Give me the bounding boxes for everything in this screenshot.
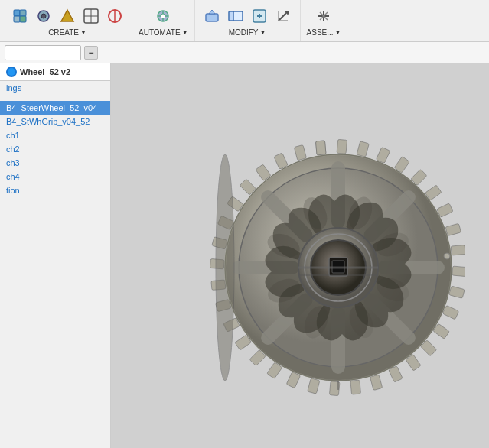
svg-rect-21 xyxy=(233,11,243,21)
left-panel: Wheel_52 v2 ings B4_SteerWheel_52_v04 B4… xyxy=(0,63,111,448)
svg-point-94 xyxy=(444,253,450,259)
panel-item-ch4[interactable]: ch4 xyxy=(0,170,110,183)
automate-icons xyxy=(152,5,174,27)
modify-icons xyxy=(201,5,294,27)
search-box[interactable] xyxy=(5,45,81,60)
create-label[interactable]: CREATE ▼ xyxy=(48,28,86,37)
panel-spacer-1 xyxy=(0,95,110,101)
svg-rect-50 xyxy=(307,378,319,393)
modify-icon-4[interactable] xyxy=(272,5,294,27)
svg-rect-3 xyxy=(20,16,26,22)
svg-rect-0 xyxy=(14,10,20,16)
main-toolbar: CREATE ▼ AUTOMATE ▼ xyxy=(0,0,489,42)
svg-rect-2 xyxy=(14,16,20,22)
create-icon-3[interactable] xyxy=(57,5,78,27)
svg-rect-38 xyxy=(445,223,461,235)
document-tab[interactable]: Wheel_52 v2 xyxy=(0,63,110,81)
automate-label[interactable]: AUTOMATE ▼ xyxy=(139,28,188,37)
modify-icon-3[interactable] xyxy=(249,5,270,27)
create-icon-2[interactable] xyxy=(33,5,54,27)
panel-item-b4steerwheel[interactable]: B4_SteerWheel_52_v04 xyxy=(0,101,110,115)
svg-rect-48 xyxy=(350,380,361,394)
svg-point-5 xyxy=(41,14,46,18)
svg-rect-65 xyxy=(294,144,306,160)
panel-item-b4stwh[interactable]: B4_StWhGrip_v04_52 xyxy=(0,115,110,128)
panel-item-ch1[interactable]: ch1 xyxy=(0,128,110,142)
assemble-label[interactable]: ASSE... ▼ xyxy=(307,28,341,37)
svg-rect-41 xyxy=(448,286,464,298)
svg-rect-32 xyxy=(357,141,369,156)
toolbar-group-automate: AUTOMATE ▼ xyxy=(132,0,195,41)
main-area: Wheel_52 v2 ings B4_SteerWheel_52_v04 B4… xyxy=(0,63,489,448)
create-arrow-icon: ▼ xyxy=(80,29,86,36)
create-icons xyxy=(9,5,126,27)
svg-rect-47 xyxy=(370,375,382,390)
tab-bar: − xyxy=(0,42,489,63)
assemble-label-text: ASSE... xyxy=(307,28,334,37)
panel-item-tion[interactable]: tion xyxy=(0,183,110,197)
assemble-icon-1[interactable] xyxy=(313,5,334,27)
svg-point-13 xyxy=(161,14,165,18)
svg-marker-19 xyxy=(209,10,215,14)
assemble-arrow-icon: ▼ xyxy=(335,29,341,36)
svg-rect-40 xyxy=(452,266,464,277)
doc-tab-icon[interactable] xyxy=(6,67,17,77)
assemble-icons xyxy=(313,5,334,27)
panel-item-ings[interactable]: ings xyxy=(0,81,110,95)
svg-rect-66 xyxy=(315,140,326,154)
automate-icon-1[interactable] xyxy=(152,5,174,27)
create-icon-1[interactable] xyxy=(9,5,31,27)
svg-marker-6 xyxy=(61,10,73,21)
automate-label-text: AUTOMATE xyxy=(139,28,181,37)
create-icon-5[interactable] xyxy=(104,5,126,27)
modify-arrow-icon: ▼ xyxy=(260,29,266,36)
toolbar-group-create: CREATE ▼ xyxy=(3,0,132,41)
create-icon-4[interactable] xyxy=(80,5,102,27)
modify-label[interactable]: MODIFY ▼ xyxy=(229,28,266,37)
panel-item-ch2[interactable]: ch2 xyxy=(0,142,110,156)
gear-3d-model xyxy=(174,88,465,424)
modify-icon-1[interactable] xyxy=(201,5,223,27)
search-input[interactable] xyxy=(8,48,70,57)
automate-arrow-icon: ▼ xyxy=(182,29,188,36)
svg-rect-18 xyxy=(206,14,218,21)
toolbar-group-assemble: ASSE... ▼ xyxy=(301,0,347,41)
svg-rect-1 xyxy=(20,10,26,16)
modify-icon-2[interactable] xyxy=(225,5,246,27)
modify-label-text: MODIFY xyxy=(229,28,259,37)
toolbar-group-modify: MODIFY ▼ xyxy=(195,0,301,41)
viewport[interactable] xyxy=(111,63,489,448)
doc-tab-label: Wheel_52 v2 xyxy=(20,67,70,76)
minus-button[interactable]: − xyxy=(84,46,98,60)
create-label-text: CREATE xyxy=(48,28,79,37)
svg-rect-31 xyxy=(337,139,347,154)
gear-svg xyxy=(174,88,465,424)
svg-rect-39 xyxy=(451,245,465,255)
panel-item-ch3[interactable]: ch3 xyxy=(0,156,110,170)
